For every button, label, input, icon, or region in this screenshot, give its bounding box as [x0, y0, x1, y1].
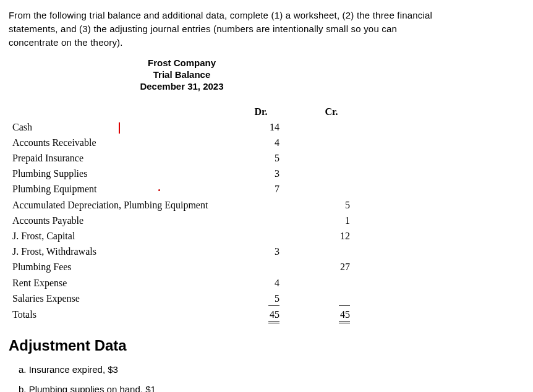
adjustment-list: a. Insurance expired, $3 b. Plumbing sup…: [9, 363, 524, 392]
adjustment-item-a: a. Insurance expired, $3: [19, 363, 524, 377]
cr-value: [309, 244, 354, 259]
account-label: J. Frost, Capital: [9, 228, 239, 244]
dr-value: 3: [239, 166, 283, 181]
cr-value: [309, 166, 354, 181]
trial-balance-header: Frost Company Trial Balance December 31,…: [101, 58, 262, 92]
intro-line-3: concentrate on the theory).: [9, 37, 123, 48]
account-label: Salaries Expense: [9, 291, 239, 307]
table-row: Cash 14: [9, 119, 354, 135]
dr-value: 14: [239, 119, 283, 135]
account-label: Plumbing Supplies: [9, 166, 239, 181]
table-row: J. Frost, Capital 12: [9, 228, 354, 244]
report-title: Trial Balance: [101, 69, 262, 81]
dr-value: 4: [239, 135, 283, 150]
table-row: Accumulated Depreciation, Plumbing Equip…: [9, 197, 354, 213]
cr-value: 27: [309, 259, 354, 275]
cr-value: [309, 275, 354, 291]
account-label: Accounts Payable: [9, 213, 239, 228]
account-label: Rent Expense: [9, 275, 239, 291]
trial-balance-table: Dr. Cr. Cash 14 Accounts Receivable 4 Pr…: [9, 104, 354, 325]
table-row: Plumbing Equipment 7: [9, 181, 354, 197]
adjustment-item-b: b. Plumbing supplies on hand, $1: [19, 383, 524, 392]
dr-value: 7: [239, 181, 283, 197]
table-row: Plumbing Fees 27: [9, 259, 354, 275]
problem-intro: From the following trial balance and add…: [9, 9, 524, 49]
table-row: Prepaid Insurance 5: [9, 150, 354, 166]
dr-value: 5: [239, 150, 283, 166]
table-row: Salaries Expense 5: [9, 291, 354, 307]
company-name: Frost Company: [101, 58, 262, 69]
cr-value: [309, 181, 354, 197]
account-label: Cash: [12, 122, 32, 132]
totals-dr: 45: [268, 307, 279, 323]
account-label: Accounts Receivable: [9, 135, 239, 150]
dr-value: [239, 213, 283, 228]
dr-value: [239, 228, 283, 244]
cr-value: 12: [309, 228, 354, 244]
dot-icon: [158, 189, 160, 191]
report-date: December 31, 2023: [101, 81, 262, 93]
dr-value: [239, 259, 283, 275]
adjustment-heading: Adjustment Data: [9, 335, 524, 357]
cr-value: [309, 150, 354, 166]
text-cursor-icon: [119, 122, 120, 134]
account-label: Prepaid Insurance: [9, 150, 239, 166]
cr-value: 5: [309, 197, 354, 213]
table-row: Plumbing Supplies 3: [9, 166, 354, 181]
account-label: Plumbing Fees: [9, 259, 239, 275]
intro-line-1: From the following trial balance and add…: [9, 10, 432, 20]
cr-value: [339, 291, 350, 306]
account-label: Accumulated Depreciation, Plumbing Equip…: [9, 197, 239, 213]
table-row: Accounts Receivable 4: [9, 135, 354, 150]
col-header-cr: Cr.: [309, 104, 354, 119]
dr-value: 5: [268, 291, 279, 306]
cr-value: 1: [309, 213, 354, 228]
col-header-dr: Dr.: [239, 104, 283, 119]
dr-value: [239, 197, 283, 213]
dr-value: 4: [239, 275, 283, 291]
account-label: Plumbing Equipment: [12, 184, 96, 194]
cr-value: [309, 135, 354, 150]
table-row: Rent Expense 4: [9, 275, 354, 291]
intro-line-2: statements, and (3) the adjusting journa…: [9, 23, 397, 34]
table-row: Accounts Payable 1: [9, 213, 354, 228]
cr-value: [309, 119, 354, 135]
totals-label: Totals: [9, 307, 239, 324]
table-row: J. Frost, Withdrawals 3: [9, 244, 354, 259]
totals-row: Totals 45 45: [9, 307, 354, 324]
totals-cr: 45: [339, 307, 350, 323]
account-label: J. Frost, Withdrawals: [9, 244, 239, 259]
dr-value: 3: [239, 244, 283, 259]
